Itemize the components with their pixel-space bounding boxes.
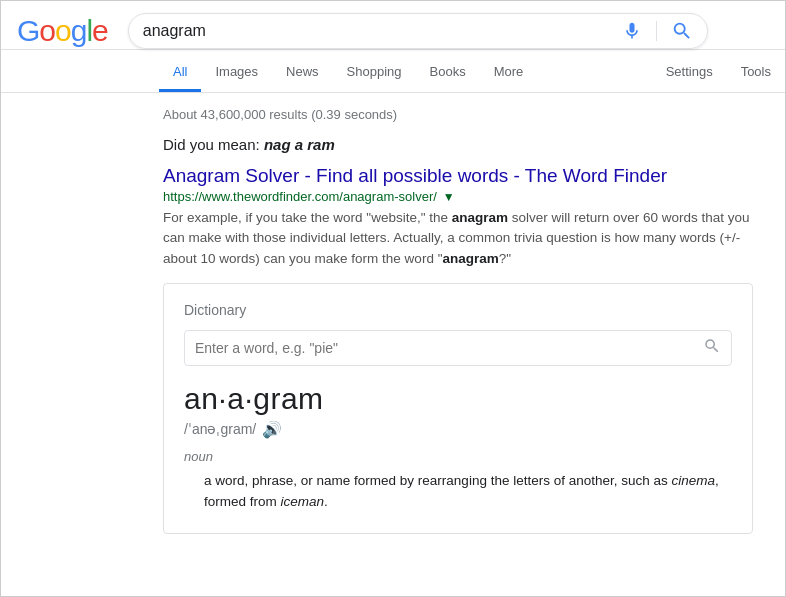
google-logo: Google [17, 14, 108, 48]
search-result: Anagram Solver - Find all possible words… [163, 165, 761, 269]
result-snippet: For example, if you take the word "websi… [163, 208, 753, 269]
result-title: Anagram Solver - Find all possible words… [163, 165, 761, 187]
nav-tabs: All Images News Shopping Books More Sett… [1, 54, 785, 93]
results-stats: About 43,600,000 results (0.39 seconds) [163, 107, 761, 122]
header: Google [1, 1, 785, 50]
logo-letter-o1: o [39, 14, 55, 47]
tab-all[interactable]: All [159, 54, 201, 92]
result-url-row: https://www.thewordfinder.com/anagram-so… [163, 189, 761, 204]
word-display: an·a·gram [184, 382, 732, 416]
tab-more[interactable]: More [480, 54, 538, 92]
word-phonetic: /ˈanəˌgram/ 🔊 [184, 420, 732, 439]
nav-right: Settings Tools [652, 54, 785, 92]
word-pos: noun [184, 449, 732, 464]
word-definition: a word, phrase, or name formed by rearra… [184, 470, 732, 513]
result-url: https://www.thewordfinder.com/anagram-so… [163, 189, 437, 204]
tab-settings[interactable]: Settings [652, 54, 727, 92]
main-content: About 43,600,000 results (0.39 seconds) … [1, 93, 761, 534]
result-title-link[interactable]: Anagram Solver - Find all possible words… [163, 165, 667, 186]
phonetic-text: /ˈanəˌgram/ [184, 421, 256, 437]
tab-shopping[interactable]: Shopping [333, 54, 416, 92]
dictionary-box: Dictionary an·a·gram /ˈanəˌgram/ 🔊 noun … [163, 283, 753, 534]
divider [656, 21, 657, 41]
logo-letter-g2: g [71, 14, 87, 47]
search-input[interactable] [143, 22, 622, 40]
logo-letter-e: e [92, 14, 108, 47]
dictionary-title: Dictionary [184, 302, 732, 318]
logo-letter-o2: o [55, 14, 71, 47]
search-bar [128, 13, 708, 49]
tab-news[interactable]: News [272, 54, 333, 92]
speaker-icon[interactable]: 🔊 [262, 420, 282, 439]
search-icons [622, 20, 693, 42]
result-dropdown-arrow[interactable]: ▼ [443, 190, 455, 204]
dictionary-search-row [184, 330, 732, 366]
dictionary-search-input[interactable] [195, 340, 703, 356]
search-button[interactable] [671, 20, 693, 42]
dictionary-search-button[interactable] [703, 337, 721, 359]
tab-images[interactable]: Images [201, 54, 272, 92]
mic-icon[interactable] [622, 21, 642, 41]
did-you-mean-label: Did you mean: [163, 136, 260, 153]
logo-letter-g: G [17, 14, 39, 47]
tab-tools[interactable]: Tools [727, 54, 785, 92]
tab-books[interactable]: Books [416, 54, 480, 92]
did-you-mean: Did you mean: nag a ram [163, 136, 761, 153]
did-you-mean-link[interactable]: nag a ram [264, 136, 335, 153]
